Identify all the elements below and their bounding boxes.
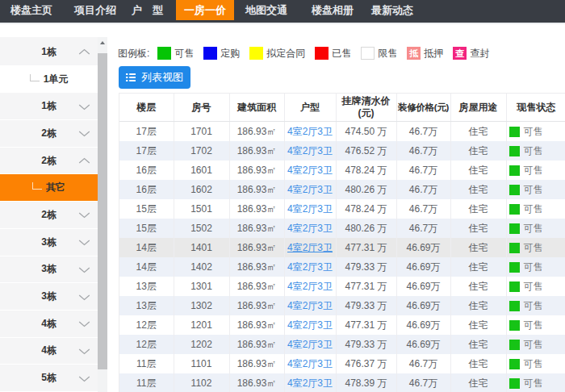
legend-swatch	[361, 47, 375, 60]
chevron-down-icon	[78, 103, 90, 111]
cell-area: 186.93㎡	[229, 141, 284, 161]
nav-item-7[interactable]: 最新动态	[371, 0, 413, 20]
layout-link[interactable]: 4室2厅3卫	[287, 165, 333, 176]
sidebar-scrollbar[interactable]	[98, 37, 107, 392]
layout-link[interactable]: 4室2厅3卫	[287, 358, 333, 369]
building-tree-sidebar: 1栋 1单元1栋 2栋 2栋 其它2栋 3栋 3栋 3栋 4栋 4栋 5栋	[0, 37, 98, 392]
cell-room: 1201	[174, 315, 229, 335]
sidebar-item-10[interactable]: 3栋	[0, 283, 98, 311]
sidebar-item-5[interactable]: 2栋	[0, 148, 98, 175]
chevron-down-icon	[78, 211, 90, 219]
table-row-1302[interactable]: 13层1302186.93㎡4室2厅3卫479.33 万46.69万住宅可售	[119, 296, 565, 315]
sidebar-item-label: 3栋	[41, 290, 56, 303]
cell-layout: 4室2厅3卫	[284, 277, 336, 296]
table-row-1301[interactable]: 13层1301186.93㎡4室2厅3卫477.31 万46.69万住宅可售	[119, 277, 565, 296]
cell-layout: 4室2厅3卫	[284, 219, 336, 238]
layout-link[interactable]: 4室2厅3卫	[287, 300, 333, 311]
cell-price: 478.24 万	[336, 161, 396, 180]
table-row-1501[interactable]: 15层1501186.93㎡4室2厅3卫478.24 万46.7万住宅可售	[119, 199, 565, 219]
column-header-label: 建筑面积	[237, 102, 276, 113]
column-header-1: 楼层	[119, 94, 174, 122]
legend-title: 图例板:	[118, 47, 149, 60]
layout-link[interactable]: 4室2厅3卫	[287, 319, 333, 331]
sidebar-item-8[interactable]: 3栋	[0, 229, 98, 256]
cell-status: 可售	[506, 199, 565, 219]
sidebar-item-6-selected[interactable]: 其它	[0, 174, 98, 202]
cell-status: 可售	[506, 373, 565, 392]
legend-item-定购: 定购	[203, 47, 240, 60]
layout-link[interactable]: 4室2厅3卫	[287, 223, 333, 234]
sidebar-item-9[interactable]: 3栋	[0, 256, 98, 284]
chevron-up-icon	[78, 157, 90, 165]
cell-price: 479.33 万	[336, 335, 396, 354]
cell-layout: 4室2厅3卫	[284, 180, 336, 199]
layout-link[interactable]: 4室2厅3卫	[287, 203, 333, 215]
table-row-1102[interactable]: 11层1102186.93㎡4室2厅3卫478.39 万46.7万住宅可售	[119, 373, 565, 392]
cell-layout: 4室2厅3卫	[284, 373, 336, 392]
table-row-1402[interactable]: 14层1402186.93㎡4室2厅3卫479.33 万46.69万住宅可售	[119, 257, 565, 277]
layout-link[interactable]: 4室2厅3卫	[287, 261, 333, 273]
layout-link[interactable]: 4室2厅3卫	[287, 184, 333, 195]
sidebar-item-label: 4栋	[41, 317, 56, 331]
sidebar-item-label: 2栋	[41, 154, 56, 168]
status-available-square	[509, 359, 520, 369]
cell-usage: 住宅	[450, 180, 506, 199]
layout-link[interactable]: 4室2厅3卫	[287, 377, 333, 389]
status-label: 可售	[524, 319, 543, 332]
table-row-1701[interactable]: 17层1701186.93㎡4室2厅3卫474.50 万46.7万住宅可售	[119, 122, 565, 142]
sidebar-item-2[interactable]: 1单元	[0, 66, 98, 94]
sidebar-item-4[interactable]: 2栋	[0, 120, 98, 148]
nav-item-6[interactable]: 楼盘相册	[312, 0, 354, 20]
cell-usage: 住宅	[450, 238, 506, 257]
column-header-unit: (元)	[337, 107, 396, 119]
sidebar-item-13[interactable]: 5栋	[0, 365, 98, 392]
tree-branch-icon	[32, 182, 42, 190]
cell-room: 1102	[174, 373, 229, 392]
table-row-1702[interactable]: 17层1702186.93㎡4室2厅3卫476.52 万46.7万住宅可售	[119, 141, 565, 161]
sidebar-item-11[interactable]: 4栋	[0, 311, 98, 338]
cell-floor: 12层	[119, 335, 174, 354]
table-row-1101[interactable]: 11层1101186.93㎡4室2厅3卫476.37 万46.7万住宅可售	[119, 354, 565, 373]
layout-link[interactable]: 4室2厅3卫	[287, 126, 333, 137]
sidebar-item-1[interactable]: 1栋	[0, 39, 98, 66]
legend-bar: 图例板: 可售定购拟定合同已售限售抵抵押查查封	[118, 46, 499, 60]
table-row-1601[interactable]: 16层1601186.93㎡4室2厅3卫478.24 万46.7万住宅可售	[119, 161, 565, 180]
scrollbar-up-arrow-icon[interactable]	[98, 37, 107, 48]
sidebar-item-7[interactable]: 2栋	[0, 202, 98, 229]
cell-room: 1302	[174, 296, 229, 315]
nav-item-4-active[interactable]: 一房一价	[176, 0, 234, 20]
cell-area: 186.93㎡	[229, 277, 284, 296]
nav-item-3[interactable]: 户 型	[132, 0, 163, 20]
layout-link[interactable]: 4室2厅3卫	[287, 242, 333, 253]
cell-floor: 12层	[119, 315, 174, 335]
cell-area: 186.93㎡	[229, 335, 284, 354]
cell-decoration: 46.7万	[396, 141, 450, 161]
table-row-1201[interactable]: 12层1201186.93㎡4室2厅3卫477.31 万46.69万住宅可售	[119, 315, 565, 335]
legend-item-查封: 查查封	[453, 47, 489, 60]
cell-decoration: 46.69万	[396, 315, 450, 335]
list-view-button[interactable]: 列表视图	[119, 66, 190, 89]
top-nav: 楼盘主页项目介绍户 型一房一价地图交通楼盘相册最新动态	[0, 0, 565, 23]
nav-item-1[interactable]: 楼盘主页	[10, 0, 52, 20]
column-header-4: 户型	[284, 94, 336, 122]
sidebar-item-3[interactable]: 1栋	[0, 93, 98, 120]
legend-swatch: 抵	[407, 47, 421, 60]
chevron-up-icon	[78, 48, 90, 56]
table-row-1202[interactable]: 12层1202186.93㎡4室2厅3卫479.33 万46.69万住宅可售	[119, 335, 565, 354]
cell-usage: 住宅	[450, 199, 506, 219]
cell-usage: 住宅	[450, 354, 506, 373]
cell-floor: 13层	[119, 296, 174, 315]
layout-link[interactable]: 4室2厅3卫	[287, 145, 333, 156]
legend-swatch	[203, 47, 217, 60]
table-row-1401[interactable]: 14层1401186.93㎡4室2厅3卫477.31 万46.69万住宅可售	[119, 238, 565, 257]
table-row-1502[interactable]: 15层1502186.93㎡4室2厅3卫480.26 万46.7万住宅可售	[119, 219, 565, 238]
sidebar-item-12[interactable]: 4栋	[0, 338, 98, 365]
chevron-down-icon	[78, 375, 90, 382]
nav-item-5[interactable]: 地图交通	[245, 0, 287, 20]
scrollbar-thumb[interactable]	[98, 53, 107, 369]
table-row-1602[interactable]: 16层1602186.93㎡4室2厅3卫480.26 万46.7万住宅可售	[119, 180, 565, 199]
layout-link[interactable]: 4室2厅3卫	[287, 339, 333, 350]
sidebar-item-label: 3栋	[41, 262, 56, 276]
nav-item-2[interactable]: 项目介绍	[74, 0, 116, 20]
layout-link[interactable]: 4室2厅3卫	[287, 281, 333, 292]
